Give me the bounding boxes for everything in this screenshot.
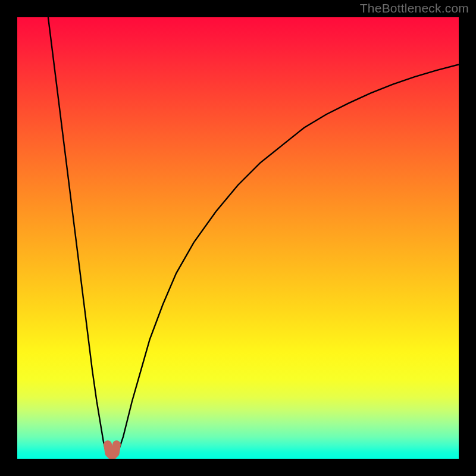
plot-area bbox=[17, 17, 459, 459]
watermark-text: TheBottleneck.com bbox=[360, 1, 469, 15]
curve-right-branch bbox=[117, 64, 459, 454]
curve-left-branch bbox=[48, 17, 108, 455]
bottleneck-marker bbox=[108, 444, 117, 456]
bottleneck-curve bbox=[17, 17, 459, 459]
